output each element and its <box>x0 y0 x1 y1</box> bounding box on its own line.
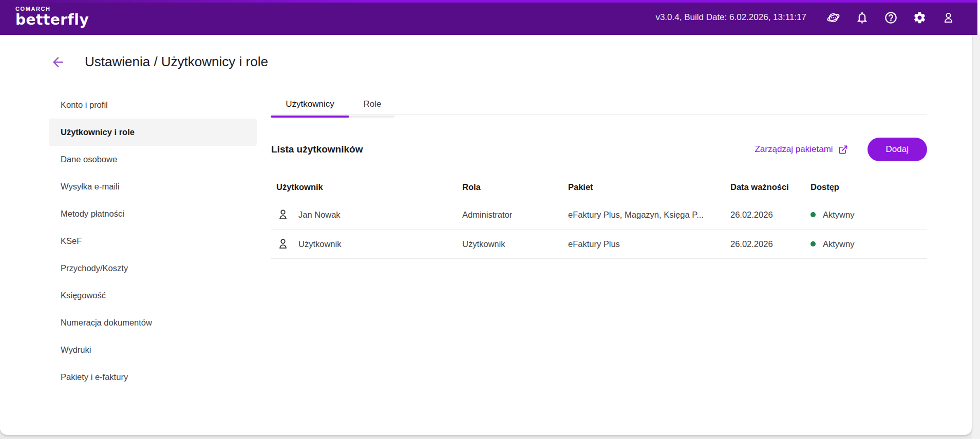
column-header-rola: Rola <box>462 182 568 192</box>
status-dot <box>811 212 816 217</box>
sidebar-item-metody-platnosci[interactable]: Metody płatności <box>49 200 257 227</box>
tabs-divider <box>271 114 927 114</box>
arrow-left-icon <box>50 54 66 70</box>
users-table: Użytkownik Rola Pakiet Data ważności Dos… <box>271 175 927 259</box>
role-cell: Użytkownik <box>462 239 568 249</box>
section-actions: Zarządzaj pakietami Dodaj <box>755 138 927 161</box>
top-bar: COMARCH betterfly v3.0.4, Build Date: 6.… <box>0 0 977 35</box>
user-name: Użytkownik <box>298 239 341 249</box>
settings-icon[interactable] <box>913 11 927 25</box>
column-header-pakiet: Pakiet <box>568 182 730 192</box>
role-cell: Administrator <box>462 210 568 220</box>
table-header-row: Użytkownik Rola Pakiet Data ważności Dos… <box>271 175 927 200</box>
sidebar-item-konto-i-profil[interactable]: Konto i profil <box>49 91 257 119</box>
sidebar-item-wysylka-e-maili[interactable]: Wysyłka e-maili <box>49 173 257 200</box>
package-cell: eFaktury Plus, Magazyn, Księga P... <box>568 210 730 220</box>
table-row[interactable]: Użytkownik Użytkownik eFaktury Plus 26.0… <box>271 230 927 259</box>
access-cell: Aktywny <box>811 239 927 249</box>
user-avatar-icon <box>276 208 290 221</box>
section-header: Lista użytkowników Zarządzaj pakietami D… <box>271 137 927 162</box>
table-row[interactable]: Jan Nowak Administrator eFaktury Plus, M… <box>271 200 927 230</box>
notifications-icon[interactable] <box>855 11 869 25</box>
user-cell: Jan Nowak <box>271 208 462 221</box>
external-link-icon <box>838 145 848 155</box>
column-header-data-waznosci: Data ważności <box>730 182 811 192</box>
sidebar-item-pakiety-i-e-faktury[interactable]: Pakiety i e-faktury <box>49 364 257 391</box>
tab-inactive-underline <box>350 116 394 118</box>
user-avatar-icon <box>276 237 290 251</box>
app-screen: COMARCH betterfly v3.0.4, Build Date: 6.… <box>0 0 980 439</box>
assistant-icon[interactable] <box>826 11 840 25</box>
add-user-button[interactable]: Dodaj <box>868 138 927 161</box>
back-button[interactable] <box>49 53 67 71</box>
valid-until-cell: 26.02.2026 <box>730 210 811 220</box>
sidebar-item-uzytkownicy-i-role[interactable]: Użytkownicy i role <box>49 119 257 146</box>
status-label: Aktywny <box>823 239 854 249</box>
help-icon[interactable] <box>884 11 898 25</box>
sidebar-item-wydruki[interactable]: Wydruki <box>49 336 257 364</box>
manage-packages-label: Zarządzaj pakietami <box>755 144 833 155</box>
content-card: Ustawienia / Użytkownicy i role Konto i … <box>0 35 972 435</box>
brand-logo[interactable]: COMARCH betterfly <box>15 5 89 28</box>
valid-until-cell: 26.02.2026 <box>730 239 811 249</box>
manage-packages-link[interactable]: Zarządzaj pakietami <box>755 144 847 155</box>
version-text: v3.0.4, Build Date: 6.02.2026, 13:11:17 <box>655 12 806 23</box>
tab-label: Role <box>350 95 394 116</box>
scroll-gutter[interactable] <box>972 35 980 439</box>
section-title: Lista użytkowników <box>271 144 363 155</box>
column-header-dostep: Dostęp <box>811 182 927 192</box>
sidebar-item-numeracja-dokumentow[interactable]: Numeracja dokumentów <box>49 309 257 336</box>
tab-active-underline <box>271 116 349 118</box>
user-name: Jan Nowak <box>298 210 341 220</box>
user-cell: Użytkownik <box>271 237 462 251</box>
sidebar-item-przychody-koszty[interactable]: Przychody/Koszty <box>49 255 257 282</box>
status-label: Aktywny <box>823 210 854 220</box>
sidebar-item-dane-osobowe[interactable]: Dane osobowe <box>49 146 257 173</box>
sidebar-item-ksiegowosc[interactable]: Księgowość <box>49 282 257 309</box>
topbar-actions: v3.0.4, Build Date: 6.02.2026, 13:11:17 <box>655 0 955 35</box>
status-dot <box>811 241 816 246</box>
page-title: Ustawienia / Użytkownicy i role <box>85 54 268 70</box>
access-cell: Aktywny <box>811 210 927 220</box>
brand-product: betterfly <box>15 12 89 28</box>
package-cell: eFaktury Plus <box>568 239 730 249</box>
sidebar-item-ksef[interactable]: KSeF <box>49 227 257 255</box>
column-header-uzytkownik: Użytkownik <box>271 182 462 192</box>
settings-sidebar: Konto i profil Użytkownicy i role Dane o… <box>49 91 257 391</box>
profile-icon[interactable] <box>941 11 955 25</box>
tab-label: Użytkownicy <box>271 95 349 116</box>
